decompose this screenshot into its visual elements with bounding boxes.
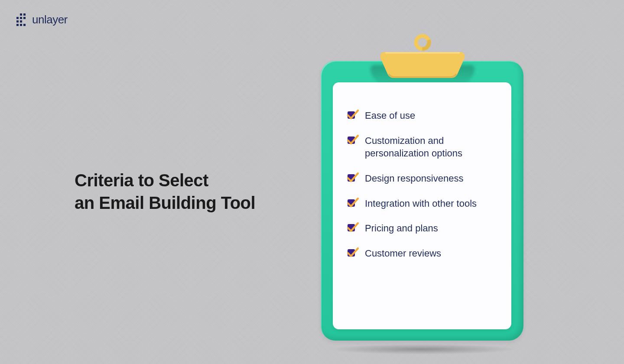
checkmark-icon xyxy=(348,110,357,120)
list-item: Pricing and plans xyxy=(348,222,503,235)
checkmark-icon xyxy=(348,223,357,233)
svg-point-1 xyxy=(416,36,429,49)
page-title: Criteria to Select an Email Building Too… xyxy=(75,169,255,214)
list-item: Customization and personalization option… xyxy=(348,134,503,160)
checkmark-icon xyxy=(348,198,357,208)
brand-name: unlayer xyxy=(32,13,68,26)
list-item: Integration with other tools xyxy=(348,197,503,210)
clipboard-graphic: Ease of use Customization and personaliz… xyxy=(312,30,533,347)
headline-line-2: an Email Building Tool xyxy=(75,193,255,212)
checkmark-icon xyxy=(348,136,357,145)
list-item-label: Pricing and plans xyxy=(365,222,438,235)
list-item-label: Customization and personalization option… xyxy=(365,134,495,160)
brand-logomark-icon xyxy=(16,13,28,26)
headline-line-1: Criteria to Select xyxy=(75,171,208,190)
list-item-label: Integration with other tools xyxy=(365,197,477,210)
list-item-label: Design responsiveness xyxy=(365,172,463,185)
list-item-label: Customer reviews xyxy=(365,247,441,260)
clipboard-ground-shadow xyxy=(329,344,516,354)
brand-logo: unlayer xyxy=(16,13,68,26)
list-item: Customer reviews xyxy=(348,247,503,260)
clipboard-paper: Ease of use Customization and personaliz… xyxy=(333,82,511,329)
list-item: Ease of use xyxy=(348,109,503,122)
criteria-list: Ease of use Customization and personaliz… xyxy=(348,109,503,260)
svg-point-0 xyxy=(416,36,429,49)
list-item-label: Ease of use xyxy=(365,109,415,122)
checkmark-icon xyxy=(348,173,357,183)
checkmark-icon xyxy=(348,248,357,258)
list-item: Design responsiveness xyxy=(348,172,503,185)
